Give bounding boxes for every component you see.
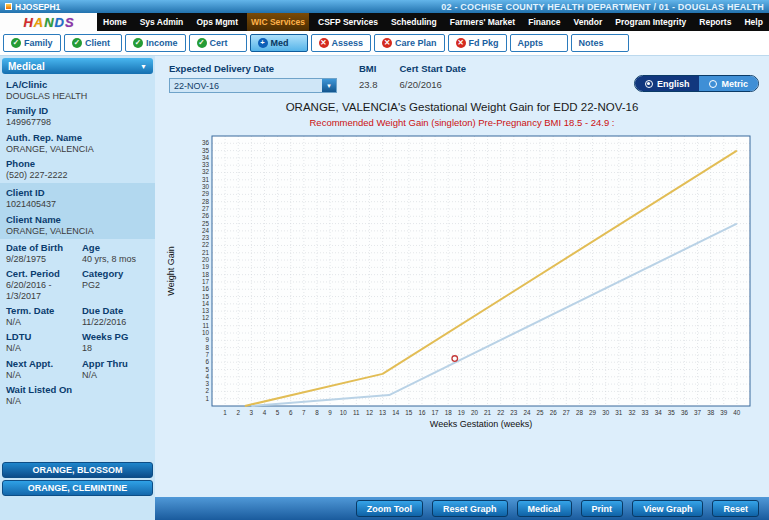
menu-item-ops-mgmt[interactable]: Ops Mgmt <box>192 13 242 31</box>
tab-assess[interactable]: ✕Assess <box>311 34 372 52</box>
sidebar-field-auth-rep-name: Auth. Rep. NameORANGE, VALENCIA <box>0 129 155 155</box>
menu-item-sys-admin[interactable]: Sys Admin <box>136 13 188 31</box>
tab-label: Assess <box>332 38 364 48</box>
svg-text:16: 16 <box>418 409 426 416</box>
sidebar-section-dropdown[interactable]: Medical ▼ <box>2 58 153 74</box>
svg-text:12: 12 <box>202 314 210 321</box>
svg-text:5: 5 <box>205 366 209 373</box>
logo-letter: D <box>55 15 64 30</box>
menu-item-vendor[interactable]: Vendor <box>569 13 606 31</box>
check-icon: ✓ <box>11 38 21 48</box>
field-label: Next Appt. <box>6 358 70 369</box>
family-member-orange-clemintine[interactable]: ORANGE, CLEMINTINE <box>2 480 153 496</box>
gestational-weight-gain-chart[interactable]: 1234567891011121314151617181920212223242… <box>162 130 762 430</box>
tab-family[interactable]: ✓Family <box>3 34 61 52</box>
expected-delivery-value: 22-NOV-16 <box>170 81 322 91</box>
agency-clinic-title: 02 - COCHISE COUNTY HEALTH DEPARTMENT / … <box>441 2 764 12</box>
tab-notes[interactable]: Notes <box>571 34 629 52</box>
svg-text:10: 10 <box>340 409 348 416</box>
menu-item-help[interactable]: Help <box>740 13 766 31</box>
unit-toggle: EnglishMetric <box>634 75 759 92</box>
medical-button[interactable]: Medical <box>517 500 572 517</box>
field-label: Client ID <box>6 187 149 198</box>
zoom-tool-button[interactable]: Zoom Tool <box>356 500 423 517</box>
field-value: 11/22/2016 <box>82 316 149 327</box>
logo-letter: N <box>44 15 53 30</box>
field-value: PG2 <box>82 279 149 290</box>
svg-text:36: 36 <box>202 139 210 146</box>
tab-income[interactable]: ✓Income <box>125 34 186 52</box>
svg-text:17: 17 <box>202 278 210 285</box>
unit-option-english[interactable]: English <box>635 76 700 91</box>
view-graph-button[interactable]: View Graph <box>632 500 703 517</box>
menu-item-home[interactable]: Home <box>99 13 131 31</box>
unit-option-label: Metric <box>721 79 748 89</box>
logo-letter: A <box>34 15 43 30</box>
field-value: N/A <box>82 369 149 380</box>
svg-text:21: 21 <box>484 409 492 416</box>
svg-text:18: 18 <box>202 271 210 278</box>
svg-text:15: 15 <box>202 293 210 300</box>
check-icon: ✓ <box>72 38 82 48</box>
menu-item-reports[interactable]: Reports <box>695 13 735 31</box>
cert-start-date-field: Cert Start Date 6/20/2016 <box>400 63 467 90</box>
svg-text:16: 16 <box>202 285 210 292</box>
dropdown-arrow-icon[interactable]: ▼ <box>322 79 336 92</box>
svg-text:19: 19 <box>202 263 210 270</box>
menu-item-farmers-market[interactable]: Farmers' Market <box>446 13 519 31</box>
menu-item-wic-services[interactable]: WIC Services <box>247 13 309 31</box>
menu-item-finance[interactable]: Finance <box>524 13 564 31</box>
tab-care-plan[interactable]: ✕Care Plan <box>374 34 445 52</box>
svg-text:32: 32 <box>628 409 636 416</box>
svg-text:5: 5 <box>276 409 280 416</box>
medical-content: Expected Delivery Date 22-NOV-16 ▼ BMI 2… <box>155 56 769 497</box>
sidebar-client-fields: Client ID1021405437Client NameORANGE, VA… <box>0 183 155 239</box>
svg-text:29: 29 <box>589 409 597 416</box>
svg-text:30: 30 <box>602 409 610 416</box>
svg-text:30: 30 <box>202 183 210 190</box>
expected-delivery-field: Expected Delivery Date 22-NOV-16 ▼ <box>169 63 337 93</box>
tab-cert[interactable]: ✓Cert <box>189 34 247 52</box>
field-label: Cert. Period <box>6 268 70 279</box>
menu-item-scheduling[interactable]: Scheduling <box>387 13 441 31</box>
menu-item-csfp-services[interactable]: CSFP Services <box>314 13 382 31</box>
sidebar-field-weeks-pg: Weeks PG18 <box>76 328 155 354</box>
unit-option-metric[interactable]: Metric <box>699 76 758 91</box>
menu-item-program-integrity[interactable]: Program Integrity <box>611 13 690 31</box>
sidebar-field-family-id: Family ID149967798 <box>0 102 155 128</box>
expected-delivery-select[interactable]: 22-NOV-16 ▼ <box>169 78 337 93</box>
field-value: (520) 227-2222 <box>6 169 149 180</box>
tab-label: Notes <box>579 38 604 48</box>
tab-fd-pkg[interactable]: ✕Fd Pkg <box>448 34 507 52</box>
tab-appts[interactable]: Appts <box>510 34 568 52</box>
field-label: Due Date <box>82 305 149 316</box>
sidebar-field-phone: Phone(520) 227-2222 <box>0 155 155 181</box>
svg-text:24: 24 <box>523 409 531 416</box>
logged-in-user: HJOSEPH1 <box>5 2 60 12</box>
svg-text:35: 35 <box>668 409 676 416</box>
sidebar-field-next-appt: Next Appt.N/A <box>0 355 76 381</box>
svg-text:22: 22 <box>202 241 210 248</box>
reset-graph-button[interactable]: Reset Graph <box>432 500 508 517</box>
menu-bar: HomeSys AdminOps MgmtWIC ServicesCSFP Se… <box>97 13 769 31</box>
svg-text:20: 20 <box>202 256 210 263</box>
tab-client[interactable]: ✓Client <box>64 34 122 52</box>
svg-text:Weight Gain: Weight Gain <box>166 246 176 295</box>
pair-cell: Cert. Period6/20/2016 - 1/3/2017 <box>0 265 76 302</box>
reset-button[interactable]: Reset <box>712 500 759 517</box>
svg-text:39: 39 <box>720 409 728 416</box>
svg-text:13: 13 <box>202 307 210 314</box>
page-layout: Medical ▼ LA/ClinicDOUGLAS HEALTHFamily … <box>0 56 769 520</box>
tab-label: Client <box>85 38 110 48</box>
tab-med[interactable]: +Med <box>250 34 308 52</box>
field-label: LDTU <box>6 331 70 342</box>
radio-icon <box>709 80 717 88</box>
field-label: Wait Listed On <box>6 384 149 395</box>
svg-text:23: 23 <box>202 234 210 241</box>
username-text: HJOSEPH1 <box>15 2 60 12</box>
svg-text:4: 4 <box>263 409 267 416</box>
family-member-orange-blossom[interactable]: ORANGE, BLOSSOM <box>2 462 153 478</box>
field-label: Family ID <box>6 105 149 116</box>
print-button[interactable]: Print <box>581 500 624 517</box>
sidebar-field-date-of-birth: Date of Birth9/28/1975 <box>0 239 76 265</box>
